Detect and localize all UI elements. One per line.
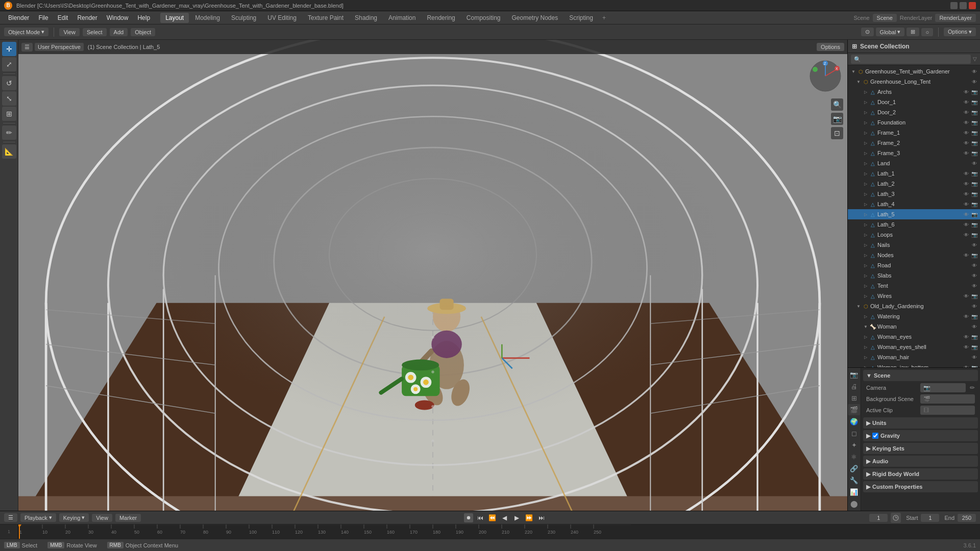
render-btn[interactable]: 📷 (971, 252, 978, 259)
proportional-edit-button[interactable]: ○ (921, 28, 933, 36)
tree-item-archs[interactable]: ▷ △ Archs 👁 📷 (848, 87, 980, 97)
tree-item-lath3[interactable]: ▷ △ Lath_3 👁 📷 (848, 189, 980, 199)
3d-viewport[interactable]: ☰ User Perspective (1) Scene Collection … (18, 40, 847, 511)
render-layer-selector[interactable]: RenderLayer (935, 14, 976, 22)
object-mode-button[interactable]: Object Mode ▾ (4, 28, 48, 36)
scale-tool[interactable]: ⤡ (2, 91, 16, 106)
tab-layout[interactable]: Layout (160, 13, 189, 23)
tree-item-lath5[interactable]: ▷ △ Lath_5 👁 📷 (848, 209, 980, 219)
view-button[interactable]: View (92, 514, 112, 522)
marker-button[interactable]: Marker (115, 514, 141, 522)
visibility-btn[interactable]: 👁 (963, 343, 970, 350)
active-clip-value[interactable]: 🎞 (920, 406, 975, 415)
tab-rendering[interactable]: Rendering (422, 13, 460, 23)
visibility-btn[interactable]: 👁 (963, 98, 970, 106)
tab-shading[interactable]: Shading (350, 13, 382, 23)
visibility-btn[interactable]: 👁 (963, 231, 970, 238)
gravity-checkbox[interactable] (872, 433, 878, 439)
render-properties-tab[interactable]: 📷 (848, 369, 860, 380)
output-properties-tab[interactable]: 🖨 (848, 381, 860, 392)
visibility-btn[interactable]: 👁 (963, 139, 970, 146)
step-back-button[interactable]: ⏪ (487, 513, 498, 523)
tab-geometry-nodes[interactable]: Geometry Nodes (507, 13, 564, 23)
audio-section-header[interactable]: ▶ Audio (863, 456, 978, 467)
visibility-btn[interactable]: 👁 (963, 190, 970, 197)
jump-end-button[interactable]: ⏭ (536, 513, 547, 523)
tree-item-old-lady[interactable]: ▼ ⬡ Old_Lady_Gardening 👁 (848, 301, 980, 311)
minimize-button[interactable] (950, 2, 958, 9)
tree-item-lath2[interactable]: ▷ △ Lath_2 👁 📷 (848, 179, 980, 189)
visibility-btn[interactable]: 👁 (963, 252, 970, 259)
annotate-tool[interactable]: ✏ (2, 126, 16, 140)
tab-uv-editing[interactable]: UV Editing (262, 13, 302, 23)
close-button[interactable] (969, 2, 976, 9)
move-tool[interactable]: ⤢ (2, 57, 16, 71)
view-menu[interactable]: View (59, 28, 80, 36)
viewport-options-button[interactable]: Options (817, 43, 844, 51)
add-menu[interactable]: Add (110, 28, 128, 36)
render-btn[interactable]: 📷 (971, 343, 978, 350)
render-btn[interactable]: 📷 (971, 313, 978, 320)
play-button[interactable]: ▶ (512, 513, 522, 523)
tree-item-woman-jaw[interactable]: ▷ △ Woman_jaw_bottom 👁 📷 (848, 362, 980, 367)
visibility-btn[interactable]: 👁 (963, 129, 970, 136)
menu-file[interactable]: File (34, 13, 52, 23)
tree-item-door2[interactable]: ▷ △ Door_2 👁 📷 (848, 107, 980, 117)
object-properties-tab[interactable]: ◻ (848, 428, 860, 439)
menu-edit[interactable]: Edit (54, 13, 72, 23)
visibility-btn[interactable]: 👁 (963, 211, 970, 218)
tree-item-loops[interactable]: ▷ △ Loops 👁 📷 (848, 230, 980, 240)
rotate-tool[interactable]: ↺ (2, 76, 16, 90)
visibility-btn[interactable]: 👁 (971, 354, 978, 361)
render-btn[interactable]: 📷 (971, 98, 978, 106)
menu-help[interactable]: Help (133, 13, 154, 23)
scene-section-header[interactable]: ▼ Scene (863, 370, 978, 381)
view-layer-properties-tab[interactable]: ⊞ (848, 392, 860, 404)
record-button[interactable]: ⏺ (464, 513, 473, 522)
render-btn[interactable]: 📷 (971, 231, 978, 238)
zoom-to-fit-button[interactable]: 🔍 (831, 98, 843, 111)
tree-item-door1[interactable]: ▷ △ Door_1 👁 📷 (848, 97, 980, 107)
viewport-mode-button[interactable]: User Perspective (35, 43, 84, 51)
visibility-btn[interactable]: 👁 (963, 109, 970, 116)
visibility-btn[interactable]: 👁 (963, 221, 970, 228)
outliner-search-input[interactable] (851, 55, 971, 64)
render-btn[interactable]: 📷 (971, 364, 978, 367)
visibility-btn[interactable]: 👁 (971, 323, 978, 330)
background-scene-value[interactable]: 🎬 (920, 394, 975, 404)
tree-item-greenhouse-tent[interactable]: ▼ ⬡ Greenhouse_Tent_with_Gardener 👁 (848, 66, 980, 77)
render-btn[interactable]: 📷 (971, 333, 978, 340)
camera-view-button[interactable]: 📷 (831, 113, 843, 125)
select-menu[interactable]: Select (83, 28, 107, 36)
current-frame-display[interactable]: 1 (869, 514, 888, 522)
play-reverse-button[interactable]: ◀ (500, 513, 510, 523)
rigid-body-section-header[interactable]: ▶ Rigid Body World (863, 468, 978, 480)
visibility-btn[interactable]: 👁 (963, 333, 970, 340)
tree-item-frame1[interactable]: ▷ △ Frame_1 👁 📷 (848, 128, 980, 138)
navigation-gizmo[interactable]: Z X (807, 58, 843, 94)
tree-item-wires[interactable]: ▷ △ Wires 👁 📷 (848, 291, 980, 301)
units-section-header[interactable]: ▶ Units (863, 417, 978, 429)
tree-item-woman[interactable]: ▼ 🦴 Woman 👁 (848, 321, 980, 332)
camera-value[interactable]: 📷 (920, 383, 966, 392)
visibility-btn[interactable]: 👁 (963, 201, 970, 208)
render-btn[interactable]: 📷 (971, 221, 978, 228)
tree-item-nails[interactable]: ▷ △ Nails 👁 (848, 240, 980, 250)
visibility-btn[interactable]: 👁 (971, 68, 978, 75)
tree-item-nodes[interactable]: ▷ △ Nodes 👁 📷 (848, 250, 980, 260)
visibility-btn[interactable]: 👁 (971, 241, 978, 248)
tab-modeling[interactable]: Modeling (190, 13, 225, 23)
world-properties-tab[interactable]: 🌍 (848, 416, 860, 427)
start-frame-display[interactable]: 1 (921, 514, 939, 522)
object-menu[interactable]: Object (131, 28, 155, 36)
particles-properties-tab[interactable]: ✦ (848, 439, 860, 450)
snap-button[interactable]: ⊞ (906, 28, 919, 36)
scene-selector[interactable]: Scene (873, 14, 897, 22)
keying-sets-header[interactable]: ▶ Keying Sets (863, 443, 978, 454)
visibility-btn[interactable]: 👁 (963, 149, 970, 157)
render-btn[interactable]: 📷 (971, 109, 978, 116)
transform-tool[interactable]: ⊞ (2, 107, 16, 121)
tab-animation[interactable]: Animation (383, 13, 421, 23)
visibility-btn[interactable]: 👁 (963, 313, 970, 320)
viewport-menu-button[interactable]: ☰ (21, 43, 33, 52)
